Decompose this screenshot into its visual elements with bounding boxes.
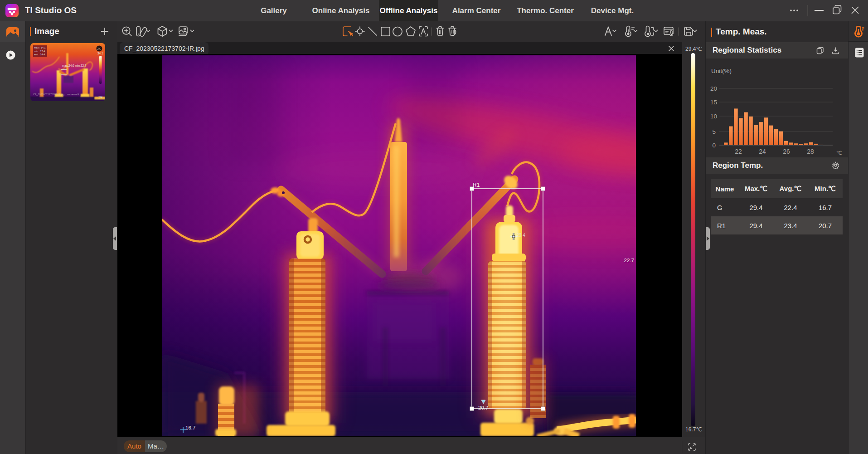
svg-text:℃: ℃ [836, 150, 842, 156]
svg-text:min : 17.4: min : 17.4 [34, 50, 45, 53]
svg-text:26: 26 [783, 148, 790, 155]
svg-text:28: 28 [807, 148, 814, 155]
svg-text:emi.: 14.4: emi.: 14.4 [34, 53, 45, 56]
svg-text:max:24.0 min:22.7: max:24.0 min:22.7 [62, 64, 87, 67]
svg-text:1/4: 1/4 [98, 96, 102, 99]
svg-text:CF_20230522173702-IR.jpg…max•m: CF_20230522173702-IR.jpg…max•min•X [33, 93, 79, 96]
svg-text:max : 34.1: max : 34.1 [34, 46, 46, 49]
svg-text:R1: R1 [473, 182, 480, 188]
svg-text:22: 22 [735, 148, 742, 155]
svg-text:2K: 2K [97, 47, 102, 50]
svg-text:5: 5 [712, 128, 716, 135]
svg-text:10: 10 [710, 113, 717, 120]
svg-text:Unit(%): Unit(%) [711, 68, 732, 74]
svg-text:34.1: 34.1 [97, 52, 103, 55]
svg-text:0: 0 [712, 142, 716, 149]
svg-text:20.7: 20.7 [478, 405, 488, 410]
svg-text:16.7: 16.7 [185, 425, 195, 430]
svg-text:24: 24 [759, 148, 766, 155]
svg-text:20: 20 [710, 85, 717, 92]
svg-text:29.4: 29.4 [516, 233, 525, 238]
svg-text:22.7: 22.7 [624, 258, 634, 263]
svg-text:15: 15 [710, 99, 717, 106]
